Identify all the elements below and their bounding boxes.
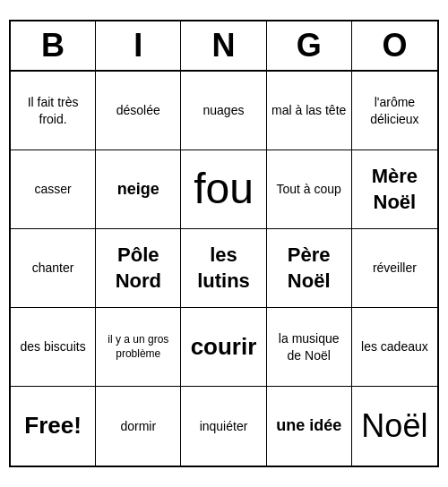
bingo-header: BINGO — [11, 21, 437, 72]
bingo-cell: nuages — [181, 72, 266, 150]
bingo-cell: mal à las tête — [267, 72, 352, 150]
bingo-cell: chanter — [11, 229, 96, 308]
bingo-card: BINGO Il fait très froid.désoléenuagesma… — [9, 20, 439, 467]
bingo-cell: casser — [11, 150, 96, 229]
bingo-header-letter: O — [352, 21, 437, 70]
bingo-cell: désolée — [96, 72, 181, 150]
bingo-cell: les lutins — [181, 229, 266, 308]
bingo-header-letter: I — [96, 21, 181, 70]
bingo-cell: Free! — [11, 387, 96, 466]
bingo-grid: Il fait très froid.désoléenuagesmal à la… — [11, 72, 437, 466]
bingo-cell: il y a un gros problème — [96, 308, 181, 387]
bingo-cell: Il fait très froid. — [11, 72, 96, 150]
bingo-cell: Père Noël — [267, 229, 352, 308]
bingo-cell: Mère Noël — [352, 150, 437, 229]
bingo-cell: l'arôme délicieux — [352, 72, 437, 150]
bingo-cell: une idée — [267, 387, 352, 466]
bingo-cell: inquiéter — [181, 387, 266, 466]
bingo-cell: Tout à coup — [267, 150, 352, 229]
bingo-cell: la musique de Noël — [267, 308, 352, 387]
bingo-header-letter: G — [267, 21, 352, 70]
bingo-cell: neige — [96, 150, 181, 229]
bingo-cell: des biscuits — [11, 308, 96, 387]
bingo-cell: fou — [181, 150, 266, 229]
bingo-cell: dormir — [96, 387, 181, 466]
bingo-cell: Noël — [352, 387, 437, 466]
bingo-cell: courir — [181, 308, 266, 387]
bingo-header-letter: N — [181, 21, 266, 70]
bingo-cell: réveiller — [352, 229, 437, 308]
bingo-cell: les cadeaux — [352, 308, 437, 387]
bingo-cell: Pôle Nord — [96, 229, 181, 308]
bingo-header-letter: B — [11, 21, 96, 70]
